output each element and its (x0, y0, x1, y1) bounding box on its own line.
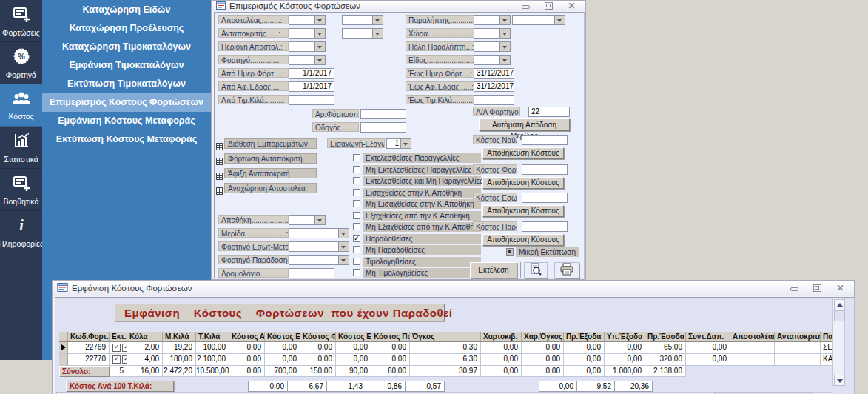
date-input[interactable] (289, 95, 334, 105)
column-header[interactable]: Πρ.Έξοδα (564, 332, 605, 342)
checkbox[interactable] (353, 166, 360, 173)
menu-item-7[interactable]: Εμφάνιση Κόστους Μεταφοράς (42, 112, 211, 130)
cell-value[interactable]: 0,00 (605, 342, 645, 354)
cost-input[interactable] (522, 135, 568, 145)
close-icon[interactable]: ✕ (835, 284, 845, 293)
column-header[interactable]: Μ.Κιλά (163, 332, 196, 342)
dropdown[interactable] (289, 228, 349, 238)
checkbox[interactable] (353, 223, 360, 230)
cell-value[interactable]: 100,00 (196, 342, 229, 354)
scroll-up-icon[interactable] (834, 299, 845, 310)
sidebar-item-5[interactable]: Βοηθητικά (0, 169, 42, 211)
column-header[interactable]: Αποστολέας (730, 332, 775, 342)
vertical-scrollbar[interactable] (832, 298, 845, 386)
dropdown[interactable] (289, 15, 326, 25)
cost-input[interactable] (522, 221, 568, 232)
cell-value[interactable] (730, 342, 775, 354)
stage-button-2[interactable]: Φόρτωση Ανταποκριτή (224, 153, 317, 164)
print-button[interactable] (554, 262, 579, 278)
sidebar-item-6[interactable]: iΠληροφορίες (0, 211, 42, 253)
maximize-icon[interactable] (544, 2, 554, 10)
minimize-icon[interactable] (790, 284, 799, 293)
sidebar-item-3[interactable]: Κόστος (0, 84, 42, 127)
date-input[interactable]: 1/1/2017 (289, 68, 334, 79)
scroll-thumb[interactable] (834, 310, 845, 321)
cell-value[interactable]: 0,00 (481, 342, 522, 354)
cell-value[interactable]: 0,00 (686, 354, 730, 366)
cell-value[interactable]: 0,00 (229, 354, 265, 366)
results-titlebar[interactable]: Εμφάνιση Κόστους Φορτώσεων ✕ (53, 281, 854, 296)
cell-value[interactable]: 0,00 (371, 342, 410, 354)
checkbox[interactable] (353, 177, 360, 184)
checkbox[interactable] (353, 246, 360, 253)
cell-value[interactable]: 2,00 (127, 342, 163, 354)
cell-value[interactable]: 180,00 (163, 354, 196, 366)
column-header[interactable]: Ανταποκριτής (775, 332, 821, 342)
table-row[interactable]: 22769✓✓2,0019,20100,000,000,000,000,000,… (59, 342, 845, 354)
sidebar-item-1[interactable]: Φορτώσεις (0, 0, 42, 42)
menu-item-4[interactable]: Εμφάνιση Τιμοκαταλόγων (42, 56, 211, 75)
cell-value[interactable]: 0,00 (300, 342, 336, 354)
cell-value[interactable]: 0,00 (371, 354, 410, 366)
stage-button-3[interactable]: Άφιξη Ανταποκριτή (224, 168, 317, 178)
cell-value[interactable]: 0,30 (410, 342, 481, 354)
date-input[interactable]: 31/12/2017 (474, 81, 514, 92)
dropdown[interactable] (289, 55, 326, 65)
cell-value[interactable]: 0,00 (265, 354, 300, 366)
cell-executed[interactable]: ✓✓ (110, 354, 127, 366)
date-input[interactable]: 1/1/2017 (289, 81, 334, 92)
checkbox[interactable] (353, 258, 360, 265)
column-header[interactable]: Κόστος Αντ. (229, 332, 265, 342)
save-cost-button[interactable]: Αποθήκευση Κόστους (482, 177, 564, 189)
cell-value[interactable]: 0,00 (522, 342, 564, 354)
menu-item-2[interactable]: Καταχώρηση Προέλευσης (42, 19, 211, 38)
cell-value[interactable]: 0,00 (481, 354, 522, 366)
cell-value[interactable] (730, 354, 775, 366)
cell-value[interactable]: 19,20 (163, 342, 196, 354)
cell-value[interactable]: 0,00 (300, 354, 336, 366)
dropdown[interactable] (474, 15, 511, 25)
menu-item-3[interactable]: Καταχώρηση Τιμοκαταλόγων (42, 38, 211, 56)
column-header[interactable]: Τ.Κιλά (196, 332, 229, 342)
column-header[interactable]: Συντ.Δαπ. (686, 332, 730, 342)
column-header[interactable]: Όγκος (410, 332, 481, 342)
checkbox[interactable] (353, 269, 360, 276)
checkbox-checked[interactable]: ✓ (353, 235, 360, 242)
import-export-dropdown[interactable]: 1 (386, 138, 411, 149)
dropdown[interactable] (512, 15, 565, 25)
dropdown[interactable] (342, 15, 383, 25)
row-selector[interactable] (59, 354, 68, 366)
checkbox[interactable] (353, 212, 360, 219)
stage-button-1[interactable]: Διάθεση Εμπορευμάτων (224, 138, 317, 149)
minimize-icon[interactable] (521, 2, 531, 10)
driver-input[interactable] (360, 122, 406, 133)
stage-button-4[interactable]: Αναχώρηση Αποστολέα (224, 183, 317, 193)
executed-checkbox-checked[interactable]: ✓ (122, 344, 127, 352)
column-header[interactable]: Εκτ. (110, 332, 127, 342)
cost-input[interactable] (522, 164, 568, 175)
executed-checkbox-checked[interactable]: ✓ (112, 344, 121, 352)
menu-item-6[interactable]: Επιμερισμός Κόστους Φορτώσεων (42, 93, 211, 112)
executed-checkbox-checked[interactable]: ✓ (122, 355, 127, 364)
scroll-down-icon[interactable] (834, 375, 845, 386)
shipment-no-input[interactable] (360, 109, 406, 119)
save-cost-button[interactable]: Αποθήκευση Κόστους (482, 234, 564, 246)
truck-no-input[interactable]: 22 (528, 107, 570, 117)
dropdown[interactable] (289, 241, 349, 252)
cell-value[interactable]: 0,00 (605, 354, 645, 366)
column-header[interactable]: Κόστος Φορ. (300, 332, 336, 342)
menu-item-8[interactable]: Εκτύπωση Κόστους Μεταφοράς (42, 130, 211, 149)
dropdown[interactable] (474, 55, 511, 65)
cost-input[interactable] (522, 193, 568, 203)
column-header[interactable]: Κόστος Εσωτ. (336, 332, 371, 342)
close-icon[interactable]: ✕ (567, 2, 576, 10)
dropdown[interactable] (342, 28, 383, 39)
cell-value[interactable]: 4,00 (127, 354, 163, 366)
route-input[interactable] (289, 268, 334, 278)
cell-value[interactable] (775, 354, 821, 366)
cell-value[interactable]: 2.100,00 (196, 354, 229, 366)
dropdown[interactable] (289, 28, 326, 39)
dropdown[interactable] (474, 28, 511, 39)
dropdown[interactable] (289, 215, 326, 225)
cell-value[interactable]: 0,00 (564, 342, 605, 354)
